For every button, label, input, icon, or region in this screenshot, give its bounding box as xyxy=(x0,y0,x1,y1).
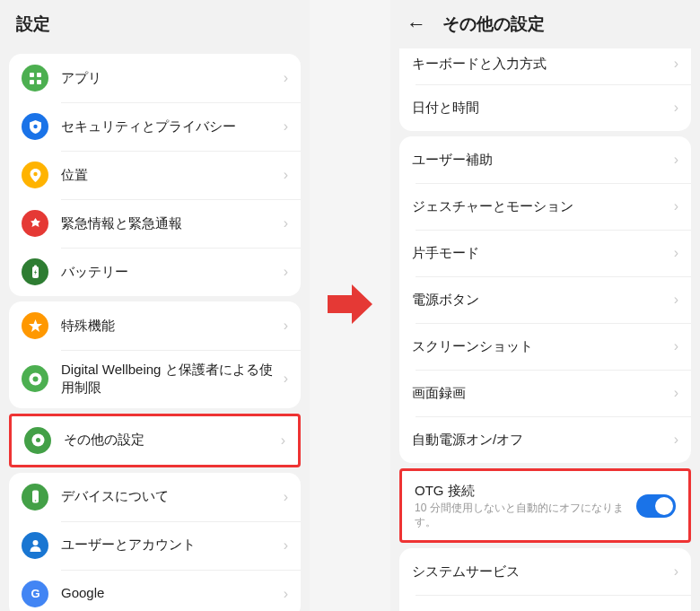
settings-row[interactable]: バックアップとリセット› xyxy=(399,595,691,611)
settings-row[interactable]: バッテリー› xyxy=(9,248,301,296)
highlighted-section: OTG 接続10 分間使用しないと自動的にオフになります。 xyxy=(399,468,691,543)
row-label: セキュリティとプライバシー xyxy=(61,118,276,135)
settings-row[interactable]: 画面録画› xyxy=(399,370,691,416)
other-settings-screen: ← その他の設定 キーボードと入力方式›日付と時間›ユーザー補助›ジェスチャーと… xyxy=(390,0,700,611)
chevron-right-icon: › xyxy=(284,264,288,280)
settings-row[interactable]: Google› xyxy=(9,570,301,612)
settings-section: キーボードと入力方式›日付と時間› xyxy=(399,48,691,131)
chevron-right-icon: › xyxy=(674,56,678,72)
chevron-right-icon: › xyxy=(674,292,678,308)
chevron-right-icon: › xyxy=(674,385,678,401)
row-label: 自動電源オン/オフ xyxy=(412,431,667,449)
pin-icon xyxy=(22,161,48,188)
chevron-right-icon: › xyxy=(284,586,288,602)
row-label: ジェスチャーとモーション xyxy=(412,197,667,215)
row-label: ユーザーとアカウント xyxy=(61,536,276,554)
row-label: 画面録画 xyxy=(412,384,667,402)
settings-list: キーボードと入力方式›日付と時間›ユーザー補助›ジェスチャーとモーション›片手モ… xyxy=(390,48,700,611)
row-label: システムサービス xyxy=(412,563,667,580)
chevron-right-icon: › xyxy=(674,563,678,580)
header: 設定 xyxy=(0,0,310,48)
row-label: Google xyxy=(61,584,276,602)
chevron-right-icon: › xyxy=(284,537,288,554)
page-title: 設定 xyxy=(16,13,50,36)
battery-icon xyxy=(22,258,48,285)
chevron-right-icon: › xyxy=(284,167,288,183)
chevron-right-icon: › xyxy=(284,215,288,231)
chevron-right-icon: › xyxy=(284,318,288,334)
settings-row[interactable]: スクリーンショット› xyxy=(399,323,691,370)
settings-row[interactable]: デバイスについて› xyxy=(9,473,301,521)
row-label: アプリ xyxy=(61,69,276,87)
settings-section: 特殊機能›Digital Wellbeing と保護者による使用制限› xyxy=(9,301,301,408)
settings-screen: 設定 アプリ›セキュリティとプライバシー›位置›緊急情報と緊急通報›バッテリー›… xyxy=(0,0,310,611)
settings-row[interactable]: 日付と時間› xyxy=(399,84,691,131)
settings-row[interactable]: キーボードと入力方式› xyxy=(399,48,691,84)
settings-row[interactable]: アプリ› xyxy=(9,54,301,102)
device-icon xyxy=(22,484,48,511)
back-button[interactable]: ← xyxy=(407,13,426,36)
chevron-right-icon: › xyxy=(674,100,678,116)
settings-row[interactable]: 特殊機能› xyxy=(9,301,301,350)
chevron-right-icon: › xyxy=(674,432,678,448)
chevron-right-icon: › xyxy=(284,70,288,86)
row-label: 電源ボタン xyxy=(412,291,667,309)
row-label: デバイスについて xyxy=(61,487,276,505)
wellbeing-icon xyxy=(22,365,48,392)
chevron-right-icon: › xyxy=(281,432,285,449)
settings-row[interactable]: その他の設定› xyxy=(12,416,298,465)
row-label: Digital Wellbeing と保護者による使用制限 xyxy=(61,361,276,397)
row-label: その他の設定 xyxy=(64,431,274,449)
apps-icon xyxy=(22,65,48,92)
row-label: 緊急情報と緊急通報 xyxy=(61,214,276,232)
page-title: その他の設定 xyxy=(442,13,545,36)
gear-icon xyxy=(24,427,51,454)
row-label: 位置 xyxy=(61,166,276,184)
shield-icon xyxy=(22,113,48,140)
row-label: スクリーンショット xyxy=(412,337,667,355)
header: ← その他の設定 xyxy=(390,0,700,48)
highlighted-section: その他の設定› xyxy=(9,414,301,467)
settings-row[interactable]: ジェスチャーとモーション› xyxy=(399,183,691,230)
row-label: 日付と時間 xyxy=(412,99,667,117)
alert-icon xyxy=(22,210,48,237)
settings-section: システムサービス›バックアップとリセット› xyxy=(399,548,691,611)
settings-row[interactable]: ユーザー補助› xyxy=(399,136,691,183)
star-icon xyxy=(22,312,48,339)
chevron-right-icon: › xyxy=(284,489,288,505)
settings-row[interactable]: システムサービス› xyxy=(399,548,691,595)
settings-row[interactable]: 自動電源オン/オフ› xyxy=(399,416,691,463)
arrow-indicator xyxy=(310,0,390,611)
settings-section: ユーザー補助›ジェスチャーとモーション›片手モード›電源ボタン›スクリーンショッ… xyxy=(399,136,691,463)
settings-row[interactable]: 位置› xyxy=(9,151,301,199)
settings-row[interactable]: 緊急情報と緊急通報› xyxy=(9,199,301,248)
row-label: バッテリー xyxy=(61,263,276,281)
chevron-right-icon: › xyxy=(674,152,678,168)
settings-row[interactable]: 片手モード› xyxy=(399,230,691,276)
settings-section: デバイスについて›ユーザーとアカウント›Google› xyxy=(9,473,301,612)
arrow-right-icon xyxy=(323,277,377,335)
settings-row[interactable]: OTG 接続10 分間使用しないと自動的にオフになります。 xyxy=(402,471,688,540)
row-label: ユーザー補助 xyxy=(412,151,667,169)
settings-list: アプリ›セキュリティとプライバシー›位置›緊急情報と緊急通報›バッテリー›特殊機… xyxy=(0,48,310,611)
chevron-right-icon: › xyxy=(284,118,288,135)
chevron-right-icon: › xyxy=(674,198,678,214)
chevron-right-icon: › xyxy=(674,338,678,354)
toggle-switch[interactable] xyxy=(636,494,676,518)
row-label: OTG 接続 xyxy=(415,482,636,500)
user-icon xyxy=(22,532,48,559)
chevron-right-icon: › xyxy=(674,245,678,261)
settings-section: アプリ›セキュリティとプライバシー›位置›緊急情報と緊急通報›バッテリー› xyxy=(9,54,301,296)
chevron-right-icon: › xyxy=(284,371,288,387)
row-label: キーボードと入力方式 xyxy=(412,55,667,73)
settings-row[interactable]: Digital Wellbeing と保護者による使用制限› xyxy=(9,350,301,408)
settings-row[interactable]: 電源ボタン› xyxy=(399,276,691,323)
row-sublabel: 10 分間使用しないと自動的にオフになります。 xyxy=(415,502,636,529)
settings-row[interactable]: ユーザーとアカウント› xyxy=(9,521,301,570)
row-label: 特殊機能 xyxy=(61,317,276,335)
google-icon xyxy=(22,580,48,607)
row-label: 片手モード xyxy=(412,244,667,262)
settings-row[interactable]: セキュリティとプライバシー› xyxy=(9,102,301,151)
